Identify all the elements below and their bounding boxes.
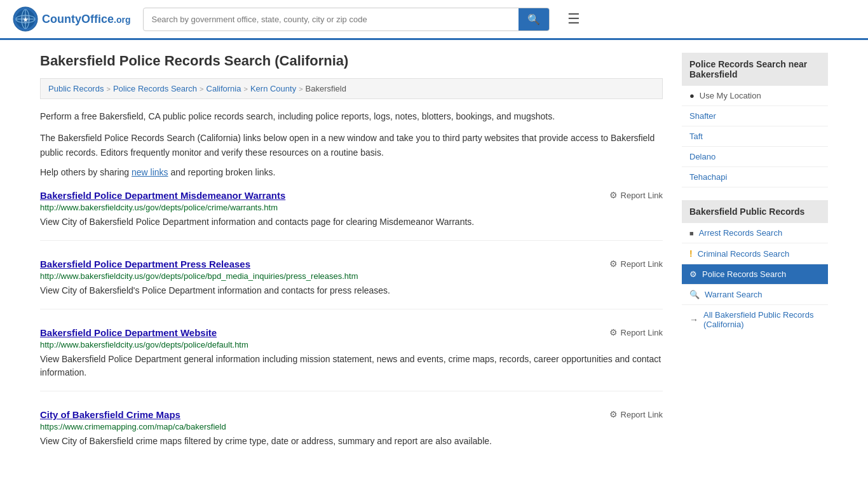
use-my-location-label: Use My Location <box>700 91 761 100</box>
breadcrumb-bakersfield: Bakersfield <box>306 84 346 93</box>
result-url: http://www.bakersfieldcity.us/gov/depts/… <box>40 271 663 281</box>
description-para1: Perform a free Bakersfield, CA public po… <box>40 109 663 123</box>
location-pin-icon: ● <box>689 91 695 100</box>
search-button[interactable]: 🔍 <box>519 8 549 30</box>
report-icon: ⚙ <box>609 409 618 419</box>
breadcrumb-police-records-search[interactable]: Police Records Search <box>113 84 197 93</box>
logo-icon: ★ <box>13 6 38 32</box>
results-list: Bakersfield Police Department Misdemeano… <box>40 190 663 459</box>
report-link[interactable]: ⚙ Report Link <box>609 327 663 337</box>
content-area: Bakersfield Police Records Search (Calif… <box>40 53 663 477</box>
result-item: Bakersfield Police Department Press Rele… <box>40 259 663 309</box>
new-links-link[interactable]: new links <box>132 167 168 177</box>
breadcrumb-sep-2: > <box>200 85 203 93</box>
breadcrumb-sep-4: > <box>299 85 302 93</box>
result-item: Bakersfield Police Department Website ⚙ … <box>40 327 663 391</box>
result-title-row: Bakersfield Police Department Website ⚙ … <box>40 327 663 338</box>
sidebar-police-records[interactable]: ⚙ Police Records Search <box>682 264 828 285</box>
breadcrumb-sep-1: > <box>106 85 110 93</box>
police-records-link[interactable]: Police Records Search <box>702 269 786 279</box>
header: ★ CountyOffice.org 🔍 ☰ <box>0 0 868 40</box>
sidebar-city-delano[interactable]: Delano <box>682 147 828 167</box>
search-input[interactable] <box>144 10 519 29</box>
result-item: Bakersfield Police Department Misdemeano… <box>40 190 663 241</box>
main-layout: Bakersfield Police Records Search (Calif… <box>27 40 841 477</box>
help-line: Help others by sharing new links and rep… <box>40 167 663 177</box>
logo-text: CountyOffice.org <box>42 13 130 26</box>
report-icon: ⚙ <box>609 259 618 269</box>
result-url: http://www.bakersfieldcity.us/gov/depts/… <box>40 203 663 212</box>
delano-link[interactable]: Delano <box>689 152 715 161</box>
sidebar-public-records-section: Bakersfield Public Records ■ Arrest Reco… <box>682 200 828 334</box>
sidebar-city-tehachapi[interactable]: Tehachapi <box>682 167 828 187</box>
taft-link[interactable]: Taft <box>689 132 703 141</box>
sidebar-public-records-title: Bakersfield Public Records <box>682 200 828 223</box>
report-link[interactable]: ⚙ Report Link <box>609 409 663 419</box>
result-title-link[interactable]: Bakersfield Police Department Press Rele… <box>40 259 250 269</box>
police-records-icon: ⚙ <box>689 269 697 279</box>
arrow-right-icon: → <box>689 315 698 325</box>
result-item: City of Bakersfield Crime Maps ⚙ Report … <box>40 409 663 459</box>
result-url: https://www.crimemapping.com/map/ca/bake… <box>40 422 663 431</box>
tehachapi-link[interactable]: Tehachapi <box>689 172 727 182</box>
breadcrumb-california[interactable]: California <box>207 84 241 93</box>
result-desc: View Bakersfield Police Department gener… <box>40 353 663 379</box>
result-desc: View City of Bakersfield Police Departme… <box>40 215 663 229</box>
result-title-link[interactable]: Bakersfield Police Department Misdemeano… <box>40 190 285 201</box>
description-para2: The Bakersfield Police Records Search (C… <box>40 131 663 159</box>
sidebar-city-shafter[interactable]: Shafter <box>682 106 828 126</box>
report-icon: ⚙ <box>609 327 618 337</box>
result-title-link[interactable]: Bakersfield Police Department Website <box>40 327 217 338</box>
arrest-records-link[interactable]: Arrest Records Search <box>699 228 783 238</box>
result-url: http://www.bakersfieldcity.us/gov/depts/… <box>40 340 663 349</box>
hamburger-menu-button[interactable]: ☰ <box>562 8 585 30</box>
report-link[interactable]: ⚙ Report Link <box>609 190 663 200</box>
sidebar-arrest-records[interactable]: ■ Arrest Records Search <box>682 223 828 243</box>
shafter-link[interactable]: Shafter <box>689 111 716 121</box>
result-title-row: Bakersfield Police Department Press Rele… <box>40 259 663 269</box>
breadcrumb: Public Records > Police Records Search >… <box>40 78 663 99</box>
arrest-records-icon: ■ <box>689 229 694 237</box>
result-title-row: City of Bakersfield Crime Maps ⚙ Report … <box>40 409 663 420</box>
report-icon: ⚙ <box>609 190 618 200</box>
search-bar: 🔍 <box>143 8 550 31</box>
sidebar-city-taft[interactable]: Taft <box>682 126 828 147</box>
criminal-records-icon: ! <box>689 248 693 259</box>
breadcrumb-sep-3: > <box>243 85 247 93</box>
logo[interactable]: ★ CountyOffice.org <box>13 6 130 32</box>
sidebar-use-my-location[interactable]: ● Use My Location <box>682 86 828 106</box>
result-title-link[interactable]: City of Bakersfield Crime Maps <box>40 409 180 420</box>
page-title: Bakersfield Police Records Search (Calif… <box>40 53 663 69</box>
report-link[interactable]: ⚙ Report Link <box>609 259 663 269</box>
sidebar-warrant-search[interactable]: 🔍 Warrant Search <box>682 285 828 305</box>
result-desc: View City of Bakersfield's Police Depart… <box>40 284 663 297</box>
all-records-link[interactable]: All Bakersfield Public Records (Californ… <box>703 310 820 329</box>
breadcrumb-kern-county[interactable]: Kern County <box>250 84 296 93</box>
criminal-records-link[interactable]: Criminal Records Search <box>698 249 790 259</box>
sidebar-criminal-records[interactable]: ! Criminal Records Search <box>682 243 828 264</box>
sidebar-all-records[interactable]: → All Bakersfield Public Records (Califo… <box>682 305 828 334</box>
warrant-search-icon: 🔍 <box>689 290 700 299</box>
sidebar-nearby-title: Police Records Search near Bakersfield <box>682 53 828 86</box>
breadcrumb-public-records[interactable]: Public Records <box>48 84 104 93</box>
result-desc: View City of Bakersfield crime maps filt… <box>40 435 663 448</box>
sidebar: Police Records Search near Bakersfield ●… <box>682 53 828 477</box>
sidebar-nearby-section: Police Records Search near Bakersfield ●… <box>682 53 828 187</box>
warrant-search-link[interactable]: Warrant Search <box>705 290 763 299</box>
result-title-row: Bakersfield Police Department Misdemeano… <box>40 190 663 201</box>
svg-text:★: ★ <box>23 17 29 23</box>
